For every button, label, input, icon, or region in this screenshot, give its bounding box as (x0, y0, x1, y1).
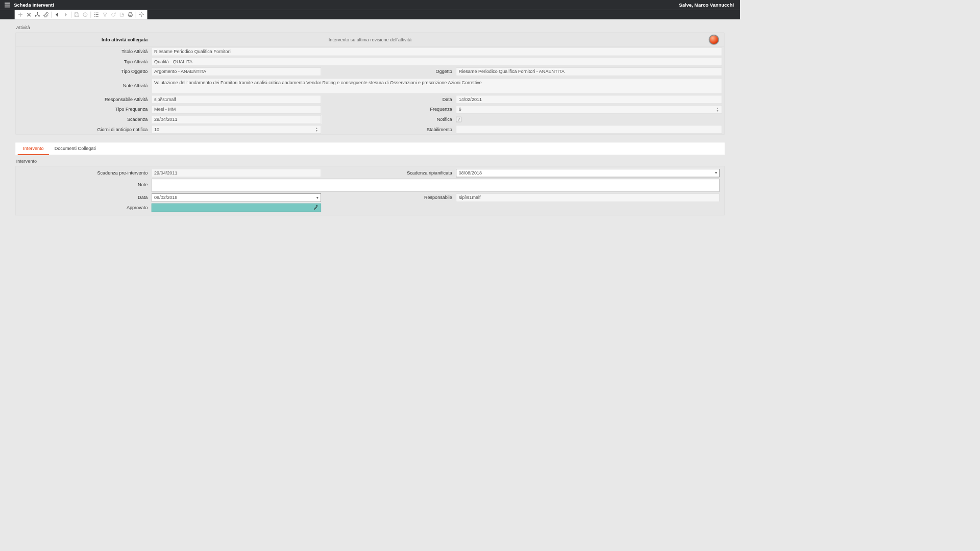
scadenza-ripian-text: 08/08/2018 (459, 170, 482, 176)
chevron-down-icon[interactable]: ▼ (714, 171, 718, 175)
cancel-round-icon[interactable] (81, 10, 90, 19)
print-icon[interactable] (126, 10, 135, 19)
scadenza-pre-label: Scadenza pre-intervento (16, 170, 152, 176)
responsabile-attivita-value: sipi\s1malf (152, 95, 321, 104)
frequenza-label: Frequenza (321, 107, 456, 112)
gear-icon[interactable] (137, 10, 146, 19)
chevron-down-icon[interactable]: ▼ (316, 196, 320, 200)
note-attivita-value: Valutazione dell' andamento dei Fornitor… (152, 78, 722, 93)
header-bar: Scheda Interventi Salve, Marco Vannucchi (0, 0, 740, 10)
data-attivita-value: 14/02/2011 (456, 95, 722, 104)
giorni-anticipo-text: 10 (154, 127, 159, 132)
giorni-anticipo-value: 10 ▲▼ (152, 125, 321, 134)
intervento-data-label: Data (16, 195, 152, 201)
tipo-frequenza-value: Mesi - MM (152, 105, 321, 114)
toolbar-separator (71, 12, 71, 18)
menu-icon[interactable] (3, 1, 12, 10)
content: Attività Info attività collegata Interve… (0, 19, 740, 219)
list-icon[interactable] (92, 10, 101, 19)
toolbar (15, 10, 148, 19)
intervento-responsabile-label: Responsabile (321, 195, 456, 201)
intervento-data-input[interactable]: 08/02/2018 ▼ (152, 193, 321, 202)
tipo-attivita-label: Tipo Attività (16, 59, 152, 65)
toolbar-separator (90, 12, 91, 18)
note-attivita-label: Note Attività (16, 78, 152, 88)
tab-intervento[interactable]: Intervento (18, 142, 49, 155)
plus-icon[interactable] (16, 10, 25, 19)
attach-icon[interactable] (42, 10, 51, 19)
activity-panel: Info attività collegata Intervento su ul… (15, 32, 725, 135)
filter-icon[interactable] (101, 10, 109, 19)
scadenza-pre-value: 29/04/2011 (152, 169, 321, 178)
titolo-attivita-value: Riesame Periodico Qualifica Fornitori (152, 47, 722, 56)
tipo-frequenza-label: Tipo Frequenza (16, 107, 152, 112)
page-title: Scheda Interventi (14, 3, 54, 8)
info-row: Info attività collegata Intervento su ul… (16, 33, 724, 46)
stabilimento-value (456, 125, 722, 134)
wand-icon[interactable] (313, 205, 318, 211)
tree-icon[interactable] (33, 10, 42, 19)
scadenza-value: 29/04/2011 (152, 115, 321, 124)
titolo-attivita-label: Titolo Attività (16, 49, 152, 55)
oggetto-label: Oggetto (321, 69, 456, 74)
frequenza-text: 6 (459, 107, 461, 112)
notifica-label: Notifica (321, 117, 456, 122)
scadenza-label: Scadenza (16, 117, 152, 122)
close-icon[interactable] (24, 10, 33, 19)
toolbar-separator (51, 12, 52, 18)
responsabile-attivita-label: Responsabile Attività (16, 97, 152, 103)
intervento-note-label: Note (16, 179, 152, 187)
info-center-text: Intervento su ultima revisione dell'atti… (16, 37, 724, 42)
tabs: Intervento Documenti Collegati (15, 142, 725, 155)
oggetto-value: Riesame Periodico Qualifica Fornitori - … (456, 67, 722, 76)
notifica-checkbox: ✓ (456, 117, 461, 122)
stabilimento-label: Stabilimento (321, 127, 456, 132)
giorni-anticipo-label: Giorni di anticipo notifica (16, 127, 152, 132)
intervento-data-text: 08/02/2018 (154, 195, 177, 201)
intervento-responsabile-value: sipi\s1malf (456, 193, 720, 202)
svg-point-0 (37, 12, 38, 14)
spinner-icon: ▲▼ (716, 106, 721, 113)
user-greeting: Salve, Marco Vannucchi (679, 3, 737, 8)
toolbar-separator (136, 12, 136, 18)
data-attivita-label: Data (321, 97, 456, 103)
intervento-panel: Scadenza pre-intervento 29/04/2011 Scade… (15, 166, 725, 215)
toolbar-row (0, 10, 740, 19)
scadenza-ripian-input[interactable]: 08/08/2018 ▼ (456, 169, 720, 178)
tipo-attivita-value: Qualità - QUALITA (152, 58, 722, 66)
svg-point-4 (141, 14, 142, 15)
status-indicator-icon (709, 35, 719, 45)
section-activity-title: Attività (15, 23, 725, 32)
back-icon[interactable] (53, 10, 61, 19)
refresh-icon[interactable] (109, 10, 118, 19)
approvato-label: Approvato (16, 205, 152, 211)
frequenza-value: 6 ▲▼ (456, 105, 722, 114)
spinner-icon: ▲▼ (315, 126, 320, 133)
tipo-oggetto-label: Tipo Oggetto (16, 69, 152, 74)
tab-documenti-collegati[interactable]: Documenti Collegati (49, 142, 101, 155)
tipo-oggetto-value: Argomento - ANAENTITA (152, 67, 321, 76)
section-intervento-title: Intervento (15, 155, 725, 166)
save-icon[interactable] (72, 10, 81, 19)
scadenza-ripian-label: Scadenza ripianificata (321, 170, 456, 176)
forward-icon[interactable] (61, 10, 70, 19)
intervento-note-input[interactable] (152, 179, 720, 192)
export-icon[interactable] (117, 10, 126, 19)
approvato-input[interactable] (152, 204, 321, 212)
